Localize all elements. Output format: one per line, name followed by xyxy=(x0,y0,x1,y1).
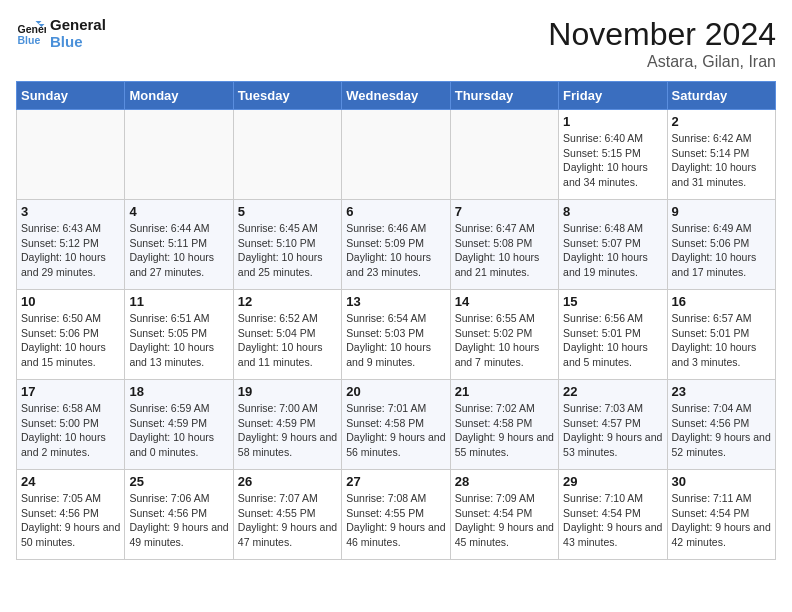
day-header-thursday: Thursday xyxy=(450,82,558,110)
cell-content: Sunrise: 6:50 AM Sunset: 5:06 PM Dayligh… xyxy=(21,311,120,370)
day-number: 1 xyxy=(563,114,662,129)
cell-content: Sunrise: 6:48 AM Sunset: 5:07 PM Dayligh… xyxy=(563,221,662,280)
calendar-cell: 27Sunrise: 7:08 AM Sunset: 4:55 PM Dayli… xyxy=(342,470,450,560)
day-number: 25 xyxy=(129,474,228,489)
calendar-cell: 1Sunrise: 6:40 AM Sunset: 5:15 PM Daylig… xyxy=(559,110,667,200)
cell-content: Sunrise: 7:09 AM Sunset: 4:54 PM Dayligh… xyxy=(455,491,554,550)
day-number: 27 xyxy=(346,474,445,489)
day-header-monday: Monday xyxy=(125,82,233,110)
day-number: 13 xyxy=(346,294,445,309)
calendar-cell: 2Sunrise: 6:42 AM Sunset: 5:14 PM Daylig… xyxy=(667,110,775,200)
day-number: 6 xyxy=(346,204,445,219)
calendar-cell: 14Sunrise: 6:55 AM Sunset: 5:02 PM Dayli… xyxy=(450,290,558,380)
cell-content: Sunrise: 6:52 AM Sunset: 5:04 PM Dayligh… xyxy=(238,311,337,370)
calendar-header-row: SundayMondayTuesdayWednesdayThursdayFrid… xyxy=(17,82,776,110)
cell-content: Sunrise: 6:43 AM Sunset: 5:12 PM Dayligh… xyxy=(21,221,120,280)
calendar-cell xyxy=(342,110,450,200)
day-header-friday: Friday xyxy=(559,82,667,110)
calendar-cell: 7Sunrise: 6:47 AM Sunset: 5:08 PM Daylig… xyxy=(450,200,558,290)
calendar-cell: 26Sunrise: 7:07 AM Sunset: 4:55 PM Dayli… xyxy=(233,470,341,560)
cell-content: Sunrise: 6:46 AM Sunset: 5:09 PM Dayligh… xyxy=(346,221,445,280)
cell-content: Sunrise: 6:49 AM Sunset: 5:06 PM Dayligh… xyxy=(672,221,771,280)
day-number: 4 xyxy=(129,204,228,219)
day-number: 19 xyxy=(238,384,337,399)
day-number: 18 xyxy=(129,384,228,399)
calendar-cell xyxy=(450,110,558,200)
cell-content: Sunrise: 6:57 AM Sunset: 5:01 PM Dayligh… xyxy=(672,311,771,370)
calendar-week-1: 1Sunrise: 6:40 AM Sunset: 5:15 PM Daylig… xyxy=(17,110,776,200)
calendar-cell: 8Sunrise: 6:48 AM Sunset: 5:07 PM Daylig… xyxy=(559,200,667,290)
calendar-cell: 4Sunrise: 6:44 AM Sunset: 5:11 PM Daylig… xyxy=(125,200,233,290)
day-header-sunday: Sunday xyxy=(17,82,125,110)
calendar-cell: 30Sunrise: 7:11 AM Sunset: 4:54 PM Dayli… xyxy=(667,470,775,560)
title-section: November 2024 Astara, Gilan, Iran xyxy=(548,16,776,71)
day-number: 16 xyxy=(672,294,771,309)
day-number: 10 xyxy=(21,294,120,309)
calendar-cell: 23Sunrise: 7:04 AM Sunset: 4:56 PM Dayli… xyxy=(667,380,775,470)
calendar-cell xyxy=(125,110,233,200)
calendar-cell: 28Sunrise: 7:09 AM Sunset: 4:54 PM Dayli… xyxy=(450,470,558,560)
day-number: 3 xyxy=(21,204,120,219)
cell-content: Sunrise: 7:03 AM Sunset: 4:57 PM Dayligh… xyxy=(563,401,662,460)
cell-content: Sunrise: 6:45 AM Sunset: 5:10 PM Dayligh… xyxy=(238,221,337,280)
cell-content: Sunrise: 6:54 AM Sunset: 5:03 PM Dayligh… xyxy=(346,311,445,370)
calendar-cell: 10Sunrise: 6:50 AM Sunset: 5:06 PM Dayli… xyxy=(17,290,125,380)
page-header: General Blue General Blue November 2024 … xyxy=(16,16,776,71)
day-header-wednesday: Wednesday xyxy=(342,82,450,110)
cell-content: Sunrise: 6:47 AM Sunset: 5:08 PM Dayligh… xyxy=(455,221,554,280)
calendar-cell: 9Sunrise: 6:49 AM Sunset: 5:06 PM Daylig… xyxy=(667,200,775,290)
calendar-cell: 29Sunrise: 7:10 AM Sunset: 4:54 PM Dayli… xyxy=(559,470,667,560)
calendar-cell: 20Sunrise: 7:01 AM Sunset: 4:58 PM Dayli… xyxy=(342,380,450,470)
cell-content: Sunrise: 6:40 AM Sunset: 5:15 PM Dayligh… xyxy=(563,131,662,190)
calendar-cell: 5Sunrise: 6:45 AM Sunset: 5:10 PM Daylig… xyxy=(233,200,341,290)
day-number: 22 xyxy=(563,384,662,399)
cell-content: Sunrise: 7:02 AM Sunset: 4:58 PM Dayligh… xyxy=(455,401,554,460)
day-number: 9 xyxy=(672,204,771,219)
calendar-week-2: 3Sunrise: 6:43 AM Sunset: 5:12 PM Daylig… xyxy=(17,200,776,290)
calendar-week-3: 10Sunrise: 6:50 AM Sunset: 5:06 PM Dayli… xyxy=(17,290,776,380)
day-header-saturday: Saturday xyxy=(667,82,775,110)
logo-blue: Blue xyxy=(50,33,106,50)
cell-content: Sunrise: 6:55 AM Sunset: 5:02 PM Dayligh… xyxy=(455,311,554,370)
calendar-cell: 19Sunrise: 7:00 AM Sunset: 4:59 PM Dayli… xyxy=(233,380,341,470)
cell-content: Sunrise: 6:56 AM Sunset: 5:01 PM Dayligh… xyxy=(563,311,662,370)
svg-text:Blue: Blue xyxy=(18,34,41,46)
calendar-cell: 16Sunrise: 6:57 AM Sunset: 5:01 PM Dayli… xyxy=(667,290,775,380)
day-number: 23 xyxy=(672,384,771,399)
calendar-cell: 21Sunrise: 7:02 AM Sunset: 4:58 PM Dayli… xyxy=(450,380,558,470)
month-year-title: November 2024 xyxy=(548,16,776,53)
calendar-cell: 18Sunrise: 6:59 AM Sunset: 4:59 PM Dayli… xyxy=(125,380,233,470)
cell-content: Sunrise: 7:07 AM Sunset: 4:55 PM Dayligh… xyxy=(238,491,337,550)
calendar-cell: 17Sunrise: 6:58 AM Sunset: 5:00 PM Dayli… xyxy=(17,380,125,470)
cell-content: Sunrise: 7:06 AM Sunset: 4:56 PM Dayligh… xyxy=(129,491,228,550)
day-header-tuesday: Tuesday xyxy=(233,82,341,110)
day-number: 28 xyxy=(455,474,554,489)
calendar-cell: 3Sunrise: 6:43 AM Sunset: 5:12 PM Daylig… xyxy=(17,200,125,290)
cell-content: Sunrise: 6:51 AM Sunset: 5:05 PM Dayligh… xyxy=(129,311,228,370)
day-number: 8 xyxy=(563,204,662,219)
calendar-cell xyxy=(17,110,125,200)
day-number: 30 xyxy=(672,474,771,489)
calendar-cell: 22Sunrise: 7:03 AM Sunset: 4:57 PM Dayli… xyxy=(559,380,667,470)
cell-content: Sunrise: 7:04 AM Sunset: 4:56 PM Dayligh… xyxy=(672,401,771,460)
day-number: 12 xyxy=(238,294,337,309)
calendar-cell: 24Sunrise: 7:05 AM Sunset: 4:56 PM Dayli… xyxy=(17,470,125,560)
day-number: 24 xyxy=(21,474,120,489)
cell-content: Sunrise: 6:58 AM Sunset: 5:00 PM Dayligh… xyxy=(21,401,120,460)
day-number: 20 xyxy=(346,384,445,399)
logo: General Blue General Blue xyxy=(16,16,106,50)
cell-content: Sunrise: 6:44 AM Sunset: 5:11 PM Dayligh… xyxy=(129,221,228,280)
cell-content: Sunrise: 7:05 AM Sunset: 4:56 PM Dayligh… xyxy=(21,491,120,550)
calendar-cell: 13Sunrise: 6:54 AM Sunset: 5:03 PM Dayli… xyxy=(342,290,450,380)
calendar-cell: 25Sunrise: 7:06 AM Sunset: 4:56 PM Dayli… xyxy=(125,470,233,560)
day-number: 2 xyxy=(672,114,771,129)
logo-icon: General Blue xyxy=(16,18,46,48)
calendar-week-4: 17Sunrise: 6:58 AM Sunset: 5:00 PM Dayli… xyxy=(17,380,776,470)
day-number: 5 xyxy=(238,204,337,219)
cell-content: Sunrise: 7:00 AM Sunset: 4:59 PM Dayligh… xyxy=(238,401,337,460)
cell-content: Sunrise: 7:08 AM Sunset: 4:55 PM Dayligh… xyxy=(346,491,445,550)
calendar-cell: 12Sunrise: 6:52 AM Sunset: 5:04 PM Dayli… xyxy=(233,290,341,380)
day-number: 26 xyxy=(238,474,337,489)
day-number: 15 xyxy=(563,294,662,309)
calendar-table: SundayMondayTuesdayWednesdayThursdayFrid… xyxy=(16,81,776,560)
